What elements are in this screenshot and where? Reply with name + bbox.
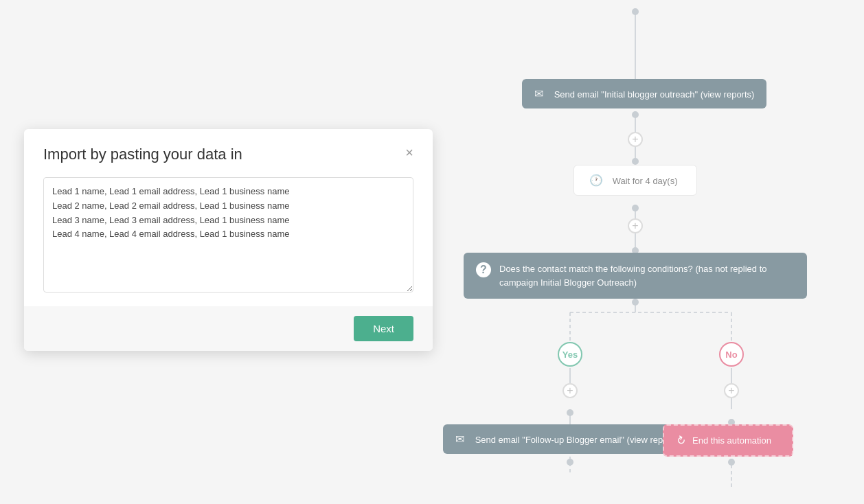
modal-title: Import by pasting your data in xyxy=(43,146,242,163)
next-button[interactable]: Next xyxy=(354,316,413,341)
modal-header: Import by pasting your data in × xyxy=(24,129,433,174)
import-modal: Import by pasting your data in × Lead 1 … xyxy=(24,129,433,351)
close-button[interactable]: × xyxy=(405,146,413,159)
modal-footer: Next xyxy=(24,306,433,351)
paste-textarea[interactable]: Lead 1 name, Lead 1 email address, Lead … xyxy=(43,177,413,293)
modal-body: Lead 1 name, Lead 1 email address, Lead … xyxy=(24,174,433,295)
